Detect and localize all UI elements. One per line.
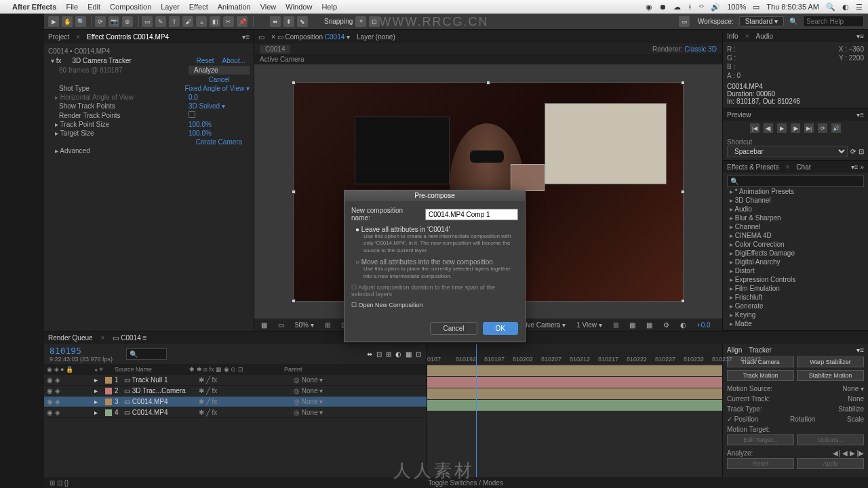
shape-tool-icon[interactable]: ▭ (142, 16, 153, 27)
views-dropdown[interactable]: 1 View ▾ (574, 321, 605, 329)
tab-render-queue[interactable]: Render Queue (48, 334, 93, 342)
search-help-input[interactable] (803, 16, 864, 27)
tab-info[interactable]: Info (727, 33, 738, 40)
render-tp-checkbox[interactable] (189, 111, 195, 118)
spotlight-icon[interactable]: 🔍 (826, 3, 835, 12)
vf-icon[interactable]: ▦ (258, 321, 270, 329)
selection-tool-icon[interactable]: ▶ (48, 16, 59, 27)
vf-icon[interactable]: ▦ (627, 321, 638, 329)
roto-tool-icon[interactable]: ✂ (223, 16, 234, 27)
camera-tool-icon[interactable]: 📷 (108, 16, 119, 27)
rotate-tool-icon[interactable]: ⟳ (95, 16, 106, 27)
fx-category[interactable]: Audio (727, 205, 864, 214)
vf-icon[interactable]: ⊞ (322, 321, 333, 329)
tab-preview[interactable]: Preview (727, 111, 751, 119)
tab-layer[interactable]: Layer (none) (357, 33, 395, 41)
tab-timeline-comp[interactable]: ▭ C0014 ≡ (113, 334, 146, 342)
axis-icon[interactable]: ⬌ (270, 16, 281, 27)
analyze-button[interactable]: Analyze (189, 66, 250, 75)
advanced-toggle[interactable]: Advanced (60, 147, 90, 155)
reset-icon[interactable]: ⟳ (850, 148, 856, 155)
panel-menu-icon[interactable]: ▾≡ (856, 111, 864, 119)
vf-icon[interactable]: ◐ (677, 321, 689, 329)
eraser-tool-icon[interactable]: ◧ (210, 16, 220, 27)
siri-icon[interactable]: ◐ (842, 3, 849, 12)
prev-frame-icon[interactable]: ◀| (764, 123, 773, 133)
brush-tool-icon[interactable]: 🖌 (182, 16, 193, 27)
fx-category[interactable]: Color Correction (727, 240, 864, 249)
sys-icon[interactable]: ☁ (673, 3, 681, 12)
menu-file[interactable]: File (66, 3, 78, 11)
pen-tool-icon[interactable]: ✎ (155, 16, 166, 27)
loop-icon[interactable]: ⟳ (818, 123, 827, 133)
menu-effect[interactable]: Effect (189, 3, 208, 11)
target-size-value[interactable]: 100.0% (189, 129, 250, 137)
cancel-button[interactable]: Cancel (430, 322, 477, 335)
opt-leave-attrs[interactable]: ● Leave all attributes in 'C0014' (355, 226, 518, 233)
fx-name[interactable]: 3D Camera Tracker (62, 57, 193, 64)
layer-row[interactable]: ◉ ◈ ▸ 4 ▭ C0014.MP4 ✱ ╱ fx ◎ None ▾ (44, 407, 427, 418)
status-icon[interactable]: ⊞ ⊡ {} (50, 479, 68, 487)
puppet-tool-icon[interactable]: 📌 (237, 16, 248, 27)
sys-icon[interactable]: ⏺ (659, 3, 667, 11)
motion-source-dropdown[interactable]: None ▾ (842, 385, 864, 392)
screen-icon[interactable]: ▭ (679, 16, 690, 27)
col-parent[interactable]: Parent (284, 366, 302, 373)
tab-close-icon[interactable]: × (76, 33, 80, 41)
clock[interactable]: Thu 8:50:35 AM (766, 3, 819, 11)
menu-animation[interactable]: Animation (218, 3, 251, 11)
tab-align[interactable]: Align (727, 346, 742, 354)
bluetooth-icon[interactable]: ᚼ (688, 3, 692, 11)
panel-menu-icon[interactable]: ▾≡ (856, 33, 864, 40)
fx-category[interactable]: Frischluft (727, 293, 864, 302)
next-frame-icon[interactable]: |▶ (791, 123, 800, 133)
mute-icon[interactable]: 🔊 (831, 123, 841, 133)
panel-menu-icon[interactable]: ▾≡ » (851, 163, 864, 171)
fx-category[interactable]: 3D Channel (727, 196, 864, 205)
shot-type-dropdown[interactable]: Fixed Angle of View ▾ (185, 85, 250, 92)
vf-icon[interactable]: ⊞ (610, 321, 621, 329)
fx-category[interactable]: Matte (727, 319, 864, 327)
workspace-dropdown[interactable]: Standard ▾ (739, 16, 784, 26)
timeline-tracks[interactable]: 0187810192810197810202810207810212810217… (427, 344, 722, 477)
tab-effect-controls[interactable]: Effect Controls C0014.MP4 (87, 33, 169, 41)
timeline-timecode[interactable]: 810195 (50, 346, 113, 356)
fx-category[interactable]: Generate (727, 302, 864, 310)
fx-category[interactable]: Expression Controls (727, 275, 864, 284)
fx-category[interactable]: Digital Anarchy (727, 258, 864, 266)
menu-composition[interactable]: Composition (110, 3, 151, 11)
zoom-tool-icon[interactable]: 🔍 (75, 16, 86, 27)
show-tp-dropdown[interactable]: 3D Solved ▾ (189, 102, 250, 110)
timeline-search-input[interactable] (126, 348, 167, 360)
sys-icon[interactable]: ◉ (646, 3, 652, 12)
layer-row[interactable]: ◉ ◈ ▸ 2 ▭ 3D Trac...Camera ✱ ╱ fx ◎ None… (44, 386, 427, 396)
menu-window[interactable]: Window (285, 3, 312, 11)
reset-link[interactable]: Reset (192, 57, 218, 64)
anchor-tool-icon[interactable]: ⊕ (122, 16, 133, 27)
fx-category[interactable]: Distort (727, 266, 864, 275)
play-icon[interactable]: ▶ (777, 123, 787, 133)
tab-close-icon[interactable]: × (786, 163, 790, 171)
tab-close-icon[interactable]: × (101, 334, 105, 342)
stabilize-motion-button[interactable]: Stabilize Motion (797, 370, 864, 381)
volume-icon[interactable]: 🔊 (711, 3, 720, 12)
playhead[interactable] (476, 344, 477, 477)
warp-stabilizer-button[interactable]: Warp Stabilizer (797, 357, 864, 367)
track-motion-button[interactable]: Track Motion (727, 370, 794, 381)
new-comp-name-input[interactable] (425, 209, 518, 220)
vf-icon[interactable]: ▭ (275, 321, 287, 329)
menu-view[interactable]: View (260, 3, 277, 11)
snapping-label[interactable]: Snapping (324, 18, 353, 25)
panel-menu-icon[interactable]: ▾≡ (242, 33, 250, 41)
vf-icon[interactable]: ▦ (644, 321, 655, 329)
tp-size-value[interactable]: 100.0% (189, 121, 250, 128)
fx-category[interactable]: DigiEffects Damage (727, 249, 864, 258)
tab-footage-icon[interactable]: ▭ (258, 33, 264, 41)
clone-tool-icon[interactable]: ⟁ (196, 16, 207, 27)
first-frame-icon[interactable]: |◀ (750, 123, 760, 133)
about-link[interactable]: About... (218, 57, 250, 64)
shortcut-dropdown[interactable]: Spacebar (727, 146, 848, 157)
axis-icon[interactable]: ⬍ (283, 16, 294, 27)
settings-icon[interactable]: ⊡ (859, 148, 864, 155)
col-source[interactable]: Source Name (115, 366, 189, 373)
